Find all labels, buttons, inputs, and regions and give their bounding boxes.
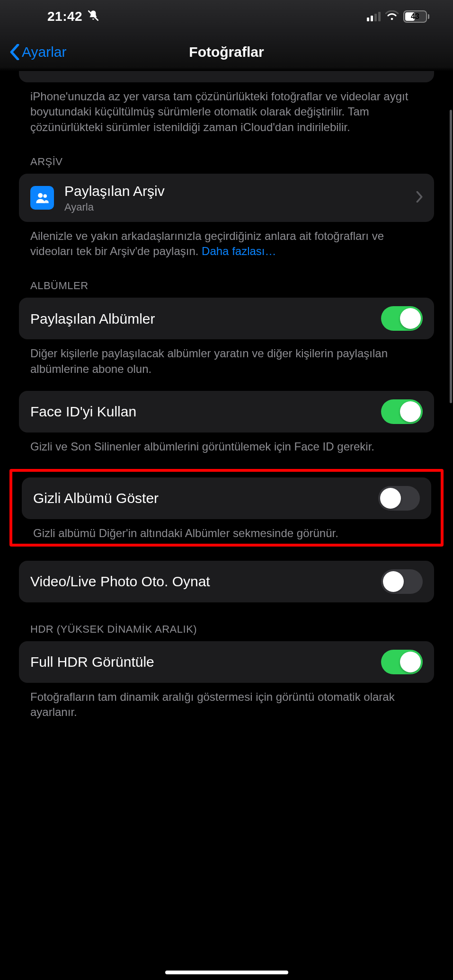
svg-point-0 <box>38 193 43 198</box>
face-id-label: Face ID'yi Kullan <box>30 403 381 421</box>
face-id-footer: Gizli ve Son Silinenler albümlerini görü… <box>19 433 434 454</box>
full-hdr-row[interactable]: Full HDR Görüntüle <box>19 641 434 683</box>
section-header-archive: ARŞİV <box>19 135 434 174</box>
full-hdr-footer: Fotoğrafların tam dinamik aralığı göster… <box>19 683 434 720</box>
hidden-album-row[interactable]: Gizli Albümü Göster <box>22 477 431 519</box>
cellular-icon <box>367 12 381 21</box>
shared-albums-toggle[interactable] <box>381 306 423 331</box>
archive-learn-more-link[interactable]: Daha fazlası… <box>202 245 276 257</box>
hidden-album-footer: Gizli albümü Diğer'in altındaki Albümler… <box>22 519 431 541</box>
status-bar: 21:42 43 <box>0 0 453 33</box>
shared-albums-row[interactable]: Paylaşılan Albümler <box>19 298 434 339</box>
svg-point-1 <box>44 194 47 198</box>
autoplay-label: Video/Live Photo Oto. Oynat <box>30 573 381 591</box>
scroll-indicator[interactable] <box>450 110 452 403</box>
shared-library-title: Paylaşılan Arşiv <box>64 182 416 200</box>
autoplay-row[interactable]: Video/Live Photo Oto. Oynat <box>19 561 434 602</box>
people-icon <box>30 186 54 210</box>
section-header-hdr: HDR (YÜKSEK DİNAMİK ARALIK) <box>19 602 434 641</box>
back-label: Ayarlar <box>22 44 66 60</box>
archive-footer: Ailenizle ve yakın arkadaşlarınızla geçi… <box>19 222 434 259</box>
page-title: Fotoğraflar <box>0 44 453 60</box>
status-time: 21:42 <box>47 9 82 24</box>
back-button[interactable]: Ayarlar <box>9 44 66 60</box>
battery-indicator: 43 <box>403 10 429 23</box>
wifi-icon <box>385 10 399 23</box>
highlight-box: Gizli Albümü Göster Gizli albümü Diğer'i… <box>9 469 444 547</box>
hidden-album-toggle[interactable] <box>378 486 420 511</box>
face-id-toggle[interactable] <box>381 399 423 424</box>
chevron-right-icon <box>416 191 423 204</box>
mute-icon <box>87 9 99 24</box>
shared-library-row[interactable]: Paylaşılan Arşiv Ayarla <box>19 174 434 222</box>
full-hdr-label: Full HDR Görüntüle <box>30 653 381 671</box>
hidden-album-label: Gizli Albümü Göster <box>33 489 378 507</box>
nav-bar: Ayarlar Fotoğraflar <box>0 33 453 71</box>
shared-albums-footer: Diğer kişilerle paylaşılacak albümler ya… <box>19 339 434 377</box>
shared-albums-label: Paylaşılan Albümler <box>30 310 381 328</box>
full-hdr-toggle[interactable] <box>381 650 423 674</box>
previous-group-stub <box>19 71 434 82</box>
shared-library-subtitle: Ayarla <box>64 201 416 213</box>
section-header-albums: ALBÜMLER <box>19 259 434 298</box>
face-id-row[interactable]: Face ID'yi Kullan <box>19 391 434 433</box>
autoplay-toggle[interactable] <box>381 569 423 594</box>
icloud-footer: iPhone'unuzda az yer varsa tam çözünürlü… <box>19 82 434 135</box>
